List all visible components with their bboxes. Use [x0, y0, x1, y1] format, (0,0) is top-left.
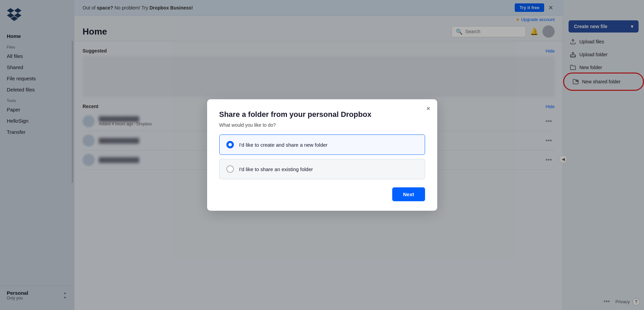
option-create-new-folder[interactable]: I'd like to create and share a new folde… [219, 135, 425, 155]
modal-close-button[interactable]: × [426, 105, 430, 112]
radio-share-existing [226, 165, 234, 173]
option-share-existing-label: I'd like to share an existing folder [239, 166, 313, 172]
modal-subtitle: What would you like to do? [219, 122, 425, 128]
next-button[interactable]: Next [392, 187, 425, 201]
share-folder-modal: × Share a folder from your personal Drop… [207, 99, 437, 211]
radio-inner-create [228, 143, 232, 146]
modal-title: Share a folder from your personal Dropbo… [219, 110, 425, 119]
modal-footer: Next [219, 187, 425, 201]
option-create-new-label: I'd like to create and share a new folde… [239, 142, 328, 148]
radio-create-new [226, 141, 234, 148]
option-share-existing[interactable]: I'd like to share an existing folder [219, 159, 425, 179]
modal-overlay: × Share a folder from your personal Drop… [0, 0, 644, 310]
